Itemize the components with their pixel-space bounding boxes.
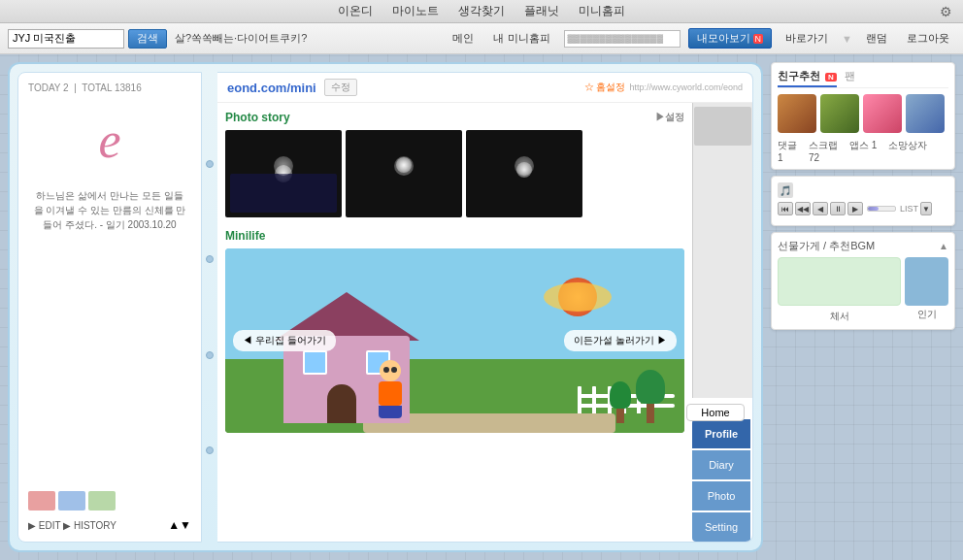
profile-nav-btn[interactable]: Profile (692, 419, 750, 448)
flying-wings (544, 282, 612, 312)
media-controls: ⏮ ◀◀ ◀ ⏸ ▶ LIST ▼ (778, 202, 948, 215)
edit-button[interactable]: ▶ EDIT ▶ HISTORY (28, 520, 116, 531)
char-legs (379, 406, 402, 418)
friend-avatars (778, 94, 948, 133)
media-pause[interactable]: ⏸ (830, 202, 846, 215)
nav-eond[interactable]: 이온디 (338, 3, 373, 19)
photo-thumb-3[interactable] (466, 130, 582, 217)
main-area: TODAY 2 | TOTAL 13816 e 하느님은 삶에서 만나는 모든 … (0, 54, 963, 560)
mini-bottom-area: ▶ EDIT ▶ HISTORY ▲▼ (28, 476, 191, 532)
thumb-3 (88, 491, 116, 511)
visit-neighbor-button[interactable]: 이든가설 놀러가기 ▶ (564, 330, 677, 351)
stat-comment-value: 1 (778, 152, 797, 163)
stat-wishbox: 소망상자 (888, 139, 927, 163)
home-settings-link[interactable]: ☆ 홈설정 (584, 81, 626, 94)
nav-mymirror[interactable]: 내모아보기 N (688, 28, 773, 49)
nav-logout[interactable]: 로그아웃 (901, 29, 955, 48)
tree-top (636, 370, 665, 404)
nav-think[interactable]: 생각찾기 (458, 3, 505, 19)
connector-dot-4 (206, 446, 214, 454)
gift-item-1[interactable] (778, 257, 901, 306)
url-right: http://www.cyworld.com/eond (629, 82, 743, 92)
avatar-4[interactable] (906, 94, 945, 133)
popular-item[interactable] (905, 257, 948, 306)
nav-random[interactable]: 랜덤 (860, 29, 893, 48)
thumb-1 (28, 491, 55, 511)
search-bar: 검색 살?쏙쏙빼는·다이어트쿠키? 메인 내 미니홈피 ▓▓▓▓▓▓▓▓▓▓▓▓… (0, 23, 963, 54)
right-panel: 친구추천 N 팬 댓글 1 스크랩 72 (771, 62, 955, 552)
search-button[interactable]: 검색 (128, 29, 167, 49)
nav-main[interactable]: 메인 (447, 29, 480, 48)
mini-logo: e (61, 111, 158, 169)
media-list-expand[interactable]: ▼ (920, 202, 932, 215)
tree-top-2 (610, 381, 631, 409)
nav-minihome[interactable]: 미니홈피 (579, 3, 625, 19)
home-nav-btn[interactable]: Home (686, 404, 745, 421)
thumb-2 (58, 491, 85, 511)
mini-homepage-panel: TODAY 2 | TOTAL 13816 e 하느님은 삶에서 만나는 모든 … (8, 62, 763, 552)
connector-dot-3 (206, 351, 214, 359)
minilife-title: Minilife (225, 229, 684, 243)
connector-dot-1 (206, 160, 214, 168)
enter-home-button[interactable]: ◀ 우리집 들어가기 (233, 330, 336, 351)
media-icon: 🎵 (778, 182, 793, 198)
media-play[interactable]: ▶ (847, 202, 863, 215)
gift-title: 선물가게 / 추천BGM ▲ (778, 239, 948, 253)
stat-comment: 댓글 1 (778, 139, 797, 163)
media-panel: 🎵 ⏮ ◀◀ ◀ ⏸ ▶ LIST ▼ (771, 176, 955, 226)
search-bar-right: 메인 내 미니홈피 ▓▓▓▓▓▓▓▓▓▓▓▓▓▓▓ 내모아보기 N 바로가기 ▼… (447, 28, 955, 49)
avatar-1[interactable] (778, 94, 816, 133)
stat-scrap-value: 72 (809, 152, 838, 163)
today-stat: TODAY 2 (28, 82, 69, 93)
photo-thumb-1[interactable] (225, 130, 342, 217)
mini-header-right: ☆ 홈설정 http://www.cyworld.com/eond (584, 81, 743, 94)
character (376, 360, 405, 418)
mini-stats: TODAY 2 | TOTAL 13816 (28, 82, 142, 93)
photo-story-title: Photo story (225, 111, 290, 124)
media-prev-prev[interactable]: ⏮ (778, 202, 793, 215)
popular-label: 인기 (917, 308, 937, 321)
new-badge-mirror: N (753, 34, 764, 44)
gift-expand-btn[interactable]: ▲ (939, 241, 948, 251)
nav-bookmark[interactable]: 바로가기 (780, 29, 834, 48)
nav-mynote[interactable]: 마이노트 (392, 3, 439, 19)
friend-tab[interactable]: 친구추천 N (778, 69, 837, 87)
address-text: ▓▓▓▓▓▓▓▓▓▓▓▓▓▓▓ (565, 34, 666, 44)
media-back[interactable]: ◀ (813, 202, 828, 215)
setting-nav-btn[interactable]: Setting (692, 512, 750, 542)
scroll-thumb[interactable] (694, 107, 751, 146)
top-navigation: 이온디 마이노트 생각찾기 플래닛 미니홈피 ⚙ (0, 0, 963, 23)
logo-letter: e (98, 112, 120, 169)
tree-right-2 (610, 381, 631, 423)
gift-title-text: 선물가게 / 추천BGM (778, 239, 875, 253)
stat-apps-label: 앱스 1 (849, 139, 877, 152)
tree-trunk (647, 404, 654, 423)
edit-url-button[interactable]: 수정 (324, 79, 357, 96)
edit-bar: ▶ EDIT ▶ HISTORY ▲▼ (28, 518, 191, 532)
scroll-area[interactable] (692, 103, 752, 398)
diary-nav-btn[interactable]: Diary (692, 450, 750, 479)
tree-trunk-2 (616, 409, 624, 423)
photo-strip (225, 130, 684, 217)
nav-myminihome[interactable]: 내 미니홈피 (487, 29, 555, 48)
photo-settings[interactable]: ▶설정 (655, 111, 684, 124)
photo-thumb-2[interactable] (346, 130, 462, 217)
fan-tab[interactable]: 팬 (845, 69, 855, 87)
stat-comment-label: 댓글 (778, 139, 797, 152)
friend-stats: 댓글 1 스크랩 72 앱스 1 소망상자 (778, 139, 948, 163)
char-body (379, 381, 402, 406)
avatar-3[interactable] (863, 94, 902, 133)
gift-items-right: 인기 (905, 257, 948, 323)
tree-right (636, 370, 665, 423)
mini-url: eond.com/mini (227, 81, 316, 95)
nav-planet[interactable]: 플래닛 (524, 3, 559, 19)
settings-icon[interactable]: ⚙ (940, 4, 955, 19)
photo-story-header: Photo story ▶설정 (225, 111, 684, 124)
mini-scrollable-area[interactable]: Photo story ▶설정 (217, 103, 752, 542)
avatar-2[interactable] (820, 94, 859, 133)
friend-panel: 친구추천 N 팬 댓글 1 스크랩 72 (771, 62, 955, 170)
media-prev[interactable]: ◀◀ (795, 202, 811, 215)
photo-nav-btn[interactable]: Photo (692, 481, 750, 511)
mini-thumbs (28, 491, 191, 511)
search-input[interactable] (8, 29, 124, 49)
